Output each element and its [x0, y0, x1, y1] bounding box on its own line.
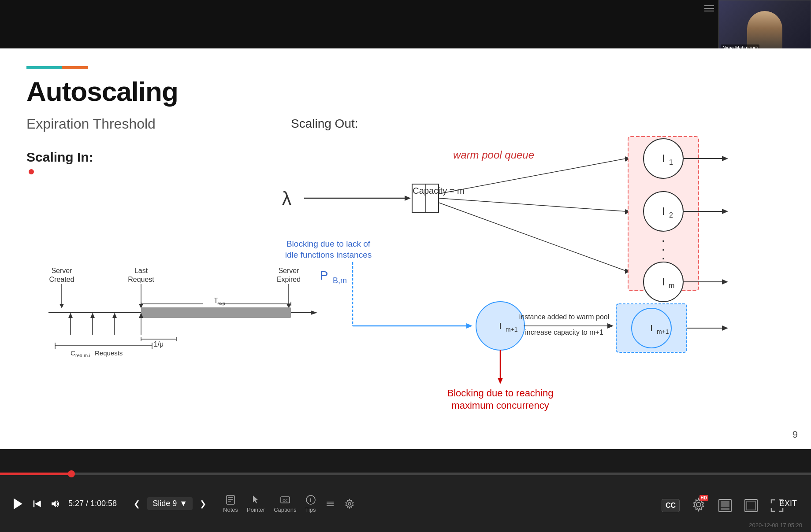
svg-marker-82 [607, 323, 614, 329]
svg-text:I: I [662, 276, 665, 288]
view-mode-1-icon [718, 498, 733, 513]
hamburger-menu[interactable] [704, 5, 714, 11]
captions-icon: CC [280, 495, 290, 505]
svg-marker-77 [466, 323, 472, 329]
svg-text:idle functions instances: idle functions instances [285, 250, 372, 259]
svg-text:P: P [320, 269, 328, 282]
more-options-icon [325, 499, 335, 509]
svg-text:increase capacity to m+1: increase capacity to m+1 [525, 329, 603, 336]
svg-text:I: I [650, 323, 653, 333]
play-button[interactable] [9, 495, 26, 513]
scaling-out-diagram: Scaling Out: warm pool queue λ I 1 [256, 110, 785, 449]
top-bar [0, 0, 811, 48]
svg-text:warm pool queue: warm pool queue [453, 149, 534, 161]
svg-text:CC: CC [283, 499, 288, 502]
skip-back-button[interactable] [31, 497, 44, 510]
svg-text:C: C [71, 349, 75, 357]
svg-marker-66 [722, 156, 728, 161]
slide-indicator[interactable]: Slide 9 ▼ [147, 497, 193, 510]
tips-tool[interactable]: i Tips [305, 495, 316, 513]
svg-text:Server: Server [51, 267, 72, 274]
svg-text:Last: Last [134, 267, 148, 274]
cc-button[interactable]: CC [662, 499, 680, 512]
slide-indicator-arrow: ▼ [179, 499, 187, 508]
timestamp: 2020-12-08 17:05:20 [749, 522, 802, 528]
svg-rect-100 [227, 495, 234, 504]
svg-text:m+1: m+1 [657, 328, 669, 335]
svg-marker-7 [60, 304, 64, 308]
progress-fill [0, 473, 71, 475]
volume-button[interactable] [48, 497, 62, 510]
fullscreen-icon [770, 498, 785, 513]
notes-tool[interactable]: Notes [223, 495, 238, 513]
settings-hd-button[interactable]: HD [691, 497, 707, 514]
svg-text:exp: exp [217, 301, 225, 306]
teal-bar [26, 66, 62, 69]
svg-marker-22 [68, 313, 73, 318]
svg-text:1: 1 [669, 159, 673, 166]
svg-text:I: I [499, 321, 502, 331]
svg-text:2: 2 [669, 211, 673, 219]
progress-bar[interactable] [0, 473, 811, 475]
svg-text:Capacity = m: Capacity = m [413, 186, 464, 196]
pointer-icon [251, 495, 261, 505]
svg-marker-68 [722, 209, 728, 214]
svg-text:Scaling Out:: Scaling Out: [291, 117, 358, 130]
next-slide-button[interactable]: ❯ [196, 497, 210, 510]
svg-line-46 [439, 159, 626, 194]
skip-back-icon [33, 498, 42, 510]
current-time: 5:27 [68, 499, 84, 508]
time-display: 5:27 / 1:00:58 [68, 499, 117, 508]
total-time: 1:00:58 [90, 499, 117, 508]
svg-marker-98 [35, 500, 41, 507]
svg-marker-99 [52, 500, 56, 507]
pointer-label: Pointer [247, 506, 265, 513]
progress-dot [68, 470, 75, 477]
svg-rect-115 [721, 508, 729, 510]
svg-marker-90 [722, 325, 728, 331]
captions-tool[interactable]: CC Captions [274, 495, 296, 513]
svg-text:m: m [669, 282, 674, 289]
slide-label: Slide 9 [153, 499, 177, 508]
svg-text:Blocking due to lack of: Blocking due to lack of [286, 239, 371, 248]
notes-icon [225, 495, 236, 505]
view-mode-1-button[interactable] [718, 498, 733, 513]
svg-marker-24 [90, 313, 95, 318]
play-icon [11, 496, 25, 512]
settings-tool[interactable] [344, 499, 355, 509]
svg-text:Created: Created [49, 276, 74, 283]
view-mode-2-button[interactable] [744, 498, 759, 513]
svg-rect-114 [721, 501, 729, 507]
right-bottom-controls: CC HD [662, 497, 785, 514]
svg-rect-117 [747, 501, 755, 510]
svg-text:I: I [662, 205, 665, 217]
svg-text:Requests: Requests [95, 349, 123, 357]
svg-marker-70 [722, 279, 728, 284]
red-dot-indicator [29, 169, 34, 174]
svg-text:m+1: m+1 [506, 326, 518, 333]
svg-rect-97 [33, 500, 35, 507]
svg-text:I: I [662, 152, 665, 164]
fullscreen-button[interactable] [770, 498, 785, 513]
svg-text:maximum concurrency: maximum concurrency [451, 400, 549, 411]
svg-marker-26 [112, 313, 117, 318]
svg-text:instance added to warm pool: instance added to warm pool [519, 313, 610, 321]
svg-text:i: i [310, 497, 312, 503]
svg-line-50 [439, 203, 626, 271]
slide-area: Autoscaling Expiration Threshold Scaling… [0, 48, 811, 449]
more-options-tool[interactable] [325, 499, 335, 509]
slide-number: 9 [792, 429, 798, 440]
orange-bar [62, 66, 88, 69]
volume-icon [50, 498, 60, 510]
svg-marker-96 [14, 498, 22, 509]
pointer-tool[interactable]: Pointer [247, 495, 265, 513]
svg-point-111 [348, 502, 351, 505]
tips-label: Tips [305, 506, 316, 513]
view-mode-2-icon [744, 498, 759, 513]
settings-icon [344, 499, 355, 509]
svg-text:req,m,i: req,m,i [75, 353, 90, 357]
presenter-camera: Nima Mahmoudi [718, 0, 811, 53]
decorative-bars [26, 66, 785, 69]
prev-slide-button[interactable]: ❮ [130, 497, 144, 510]
slide-tools: Notes Pointer CC Captions [223, 495, 355, 513]
